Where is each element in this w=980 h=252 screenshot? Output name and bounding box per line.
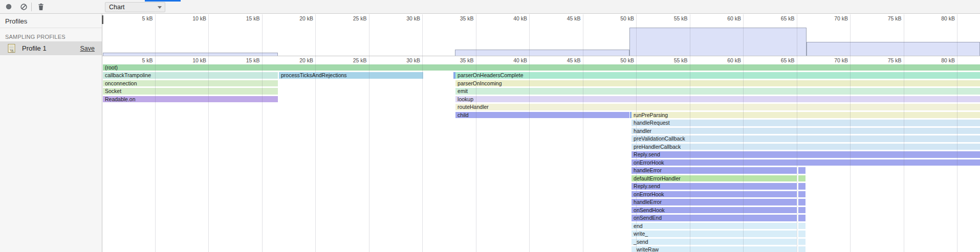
svg-text:%: % — [10, 49, 14, 53]
flame-frame-readable.on[interactable]: Readable.on — [103, 96, 278, 103]
flame-frame-handler[interactable]: handler — [631, 128, 980, 134]
flame-frame-processticksandrejections[interactable]: processTicksAndRejections — [279, 72, 423, 79]
flame-chart[interactable]: (root)callbackTrampolineonconnectionSock… — [0, 0, 980, 252]
flame-frame-onerrorhook[interactable]: onErrorHook — [631, 159, 980, 166]
flame-frame-callbacktrampoline[interactable]: callbackTrampoline — [103, 72, 278, 79]
flame-frame-segment[interactable] — [798, 239, 805, 245]
profile-list-item[interactable]: % Profile 1 Save — [0, 41, 102, 55]
flame-frame-segment[interactable] — [798, 175, 805, 182]
flame-frame-_send[interactable]: _send — [631, 239, 797, 245]
sidebar: Profiles SAMPLING PROFILES % Profile 1 S… — [0, 14, 102, 252]
flame-frame-lookup[interactable]: lookup — [455, 96, 980, 103]
flame-frame-handleerror[interactable]: handleError — [631, 199, 797, 205]
flame-frame-segment[interactable] — [798, 183, 805, 190]
toolbar: Chart — [0, 0, 980, 14]
flame-frame-prehandlercallback[interactable]: preHandlerCallback — [631, 144, 980, 150]
flame-frame-parseronincoming[interactable]: parserOnIncoming — [455, 80, 980, 87]
flame-frame-segment[interactable] — [798, 191, 805, 198]
flame-frame-segment[interactable] — [798, 215, 805, 221]
flame-frame-segment[interactable] — [798, 223, 805, 230]
record-icon — [5, 3, 12, 10]
flame-frame-root[interactable]: (root) — [103, 64, 980, 71]
flame-frame-handleerror[interactable]: handleError — [631, 167, 797, 174]
flame-frame-onconnection[interactable]: onconnection — [103, 80, 278, 87]
flame-frame-child[interactable]: child — [455, 112, 629, 119]
flame-frame-prevalidationcallback[interactable]: preValidationCallback — [631, 135, 980, 142]
flame-frame-onsendend[interactable]: onSendEnd — [631, 215, 797, 221]
flame-frame-segment[interactable] — [453, 72, 455, 79]
flame-frame-end[interactable]: end — [631, 223, 797, 230]
flame-frame-handlerequest[interactable]: handleRequest — [631, 120, 980, 126]
save-profile-link[interactable]: Save — [80, 45, 95, 52]
splitter-handle[interactable] — [102, 15, 103, 24]
flame-frame-onerrorhook[interactable]: onErrorHook — [631, 191, 797, 198]
flame-frame-onsendhook[interactable]: onSendHook — [631, 207, 797, 214]
flame-frame-segment[interactable] — [798, 246, 805, 252]
flame-frame-segment[interactable] — [798, 231, 805, 237]
flame-frame-segment[interactable] — [798, 207, 805, 214]
view-mode-value: Chart — [109, 4, 125, 11]
flame-frame-reply.send[interactable]: Reply.send — [631, 183, 797, 190]
flame-frame-reply.send[interactable]: Reply.send — [631, 151, 980, 158]
flame-frame-parseronheaderscomplete[interactable]: parserOnHeadersComplete — [455, 72, 980, 79]
flame-frame-emit[interactable]: emit — [455, 88, 980, 95]
active-tab-indicator — [145, 0, 181, 2]
profile-name: Profile 1 — [22, 44, 47, 52]
flame-frame-runpreparsing[interactable]: runPreParsing — [631, 112, 980, 119]
heap-profile-icon: % — [7, 43, 16, 53]
flame-frame-defaulterrorhandler[interactable]: defaultErrorHandler — [631, 175, 797, 182]
view-mode-select[interactable]: Chart — [105, 2, 165, 12]
devtools-memory-panel: (root)callbackTrampolineonconnectionSock… — [0, 0, 980, 252]
clear-all-button[interactable] — [18, 2, 29, 12]
sidebar-title: Profiles — [5, 17, 27, 25]
flame-frame-_writeraw[interactable]: _writeRaw — [631, 246, 797, 252]
clear-icon — [20, 3, 28, 11]
toolbar-separator — [31, 3, 32, 11]
sidebar-divider — [0, 28, 102, 28]
dropdown-caret-icon — [158, 6, 162, 9]
trash-icon — [37, 3, 45, 11]
flame-frame-routehandler[interactable]: routeHandler — [455, 104, 980, 110]
flame-frame-segment[interactable] — [798, 167, 805, 174]
flame-frame-segment[interactable] — [798, 199, 805, 205]
flame-frame-write_[interactable]: write_ — [631, 231, 797, 237]
sidebar-section-label: SAMPLING PROFILES — [5, 34, 66, 40]
delete-profile-button[interactable] — [35, 2, 47, 12]
flame-frame-socket[interactable]: Socket — [103, 88, 278, 95]
record-button[interactable] — [3, 2, 14, 12]
